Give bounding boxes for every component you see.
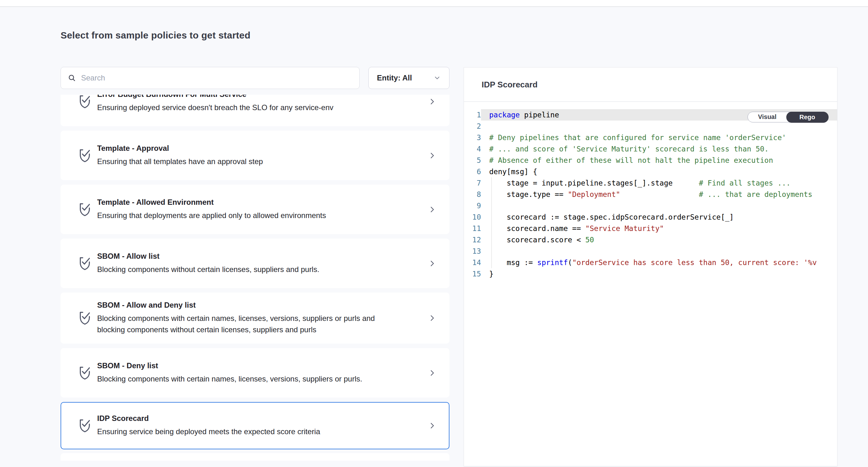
visual-rego-toggle[interactable]: Visual Rego — [747, 112, 828, 122]
search-input[interactable] — [81, 74, 352, 82]
policy-description: Blocking components with certain names, … — [97, 373, 379, 385]
line-number: 11 — [464, 223, 481, 234]
policy-card[interactable]: IDP Scorecard Ensuring service being dep… — [61, 402, 450, 449]
policy-title: SBOM - Allow and Deny list — [97, 301, 379, 310]
policy-description: Ensuring service being deployed meets th… — [97, 426, 379, 437]
policy-preview-panel: IDP Scorecard Visual Rego 1package pipel… — [464, 67, 837, 466]
shield-check-icon — [78, 365, 92, 381]
policy-description: Ensuring that all templates have an appr… — [97, 156, 379, 167]
code-line: 9 — [464, 200, 837, 211]
policy-card[interactable]: SBOM - Deny list Blocking components wit… — [61, 348, 450, 398]
line-number: 3 — [464, 132, 481, 143]
policy-card-text: SBOM - Allow list Blocking components wi… — [97, 252, 379, 275]
policy-description: Blocking components with certain names, … — [97, 313, 379, 335]
line-number: 8 — [464, 189, 481, 200]
chevron-right-icon[interactable] — [428, 368, 436, 378]
policy-card-text: Error Budget Burndown For Multi Service … — [97, 95, 379, 113]
search-box[interactable] — [61, 67, 360, 89]
policy-title: IDP Scorecard — [97, 414, 379, 423]
top-bar — [0, 0, 868, 7]
chevron-right-icon[interactable] — [428, 258, 436, 269]
policy-card-text: SBOM - Deny list Blocking components wit… — [97, 361, 379, 385]
entity-filter-label: Entity: All — [377, 74, 412, 82]
shield-check-icon — [78, 95, 92, 110]
code-line: 3# Deny pipelines that are configured fo… — [464, 132, 837, 143]
line-number: 9 — [464, 200, 481, 211]
policy-card-text: IDP Scorecard Ensuring service being dep… — [97, 414, 379, 437]
indent-guide-line — [491, 245, 492, 257]
policy-card-text: Template - Approval Ensuring that all te… — [97, 144, 379, 167]
chevron-right-icon[interactable] — [428, 313, 436, 323]
code-line: 10 scorecard := stage.spec.idpScorecard.… — [464, 211, 837, 223]
line-number: 13 — [464, 245, 481, 257]
toggle-rego-button[interactable]: Rego — [786, 112, 829, 123]
code-line: 14 msg := sprintf("orderService has scor… — [464, 257, 837, 268]
toggle-visual-button[interactable]: Visual — [748, 112, 786, 122]
code-line: 13 — [464, 245, 837, 257]
policy-title: Error Budget Burndown For Multi Service — [97, 95, 379, 99]
code-line: 11 scorecard.name == "Service Maturity" — [464, 223, 837, 234]
list-controls: Entity: All — [61, 67, 450, 89]
policy-card-text: SBOM - Allow and Deny list Blocking comp… — [97, 301, 379, 335]
policy-card-text: Template - Allowed Environment Ensuring … — [97, 198, 379, 221]
code-line: 7 stage = input.pipeline.stages[_].stage… — [464, 177, 837, 189]
policy-list: Error Budget Burndown For Multi Service … — [61, 95, 450, 466]
indent-guide-line — [491, 234, 492, 245]
line-number: 7 — [464, 177, 481, 189]
policy-title: Template - Allowed Environment — [97, 198, 379, 207]
line-number: 6 — [464, 166, 481, 177]
line-number: 10 — [464, 211, 481, 223]
policy-description: Ensuring deployed service doesn't breach… — [97, 102, 379, 113]
line-number: 15 — [464, 268, 481, 280]
next-policy-card-peek[interactable] — [61, 453, 450, 461]
code-line: 6deny[msg] { — [464, 166, 837, 177]
chevron-right-icon[interactable] — [428, 96, 436, 107]
shield-check-icon — [78, 147, 92, 164]
policy-card[interactable]: Template - Approval Ensuring that all te… — [61, 130, 450, 180]
page-title: Select from sample policies to get start… — [61, 30, 250, 41]
indent-guide-line — [491, 211, 492, 223]
policy-card[interactable]: SBOM - Allow and Deny list Blocking comp… — [61, 292, 450, 344]
search-icon — [68, 74, 76, 82]
preview-title: IDP Scorecard — [464, 67, 837, 102]
chevron-right-icon[interactable] — [428, 150, 436, 161]
line-number: 1 — [464, 109, 481, 120]
code-line: 4# ... and score of 'Service Maturity' s… — [464, 143, 837, 155]
shield-check-icon — [78, 310, 92, 326]
indent-guide-line — [491, 200, 492, 211]
policy-title: Template - Approval — [97, 144, 379, 153]
shield-check-icon — [78, 417, 92, 434]
policy-description: Ensuring that deployments are applied on… — [97, 210, 379, 221]
line-number: 14 — [464, 257, 481, 268]
code-line: 8 stage.type == "Deployment" # ... that … — [464, 189, 837, 200]
line-number: 2 — [464, 120, 481, 132]
indent-guide-line — [491, 223, 492, 234]
policy-card[interactable]: Error Budget Burndown For Multi Service … — [61, 95, 450, 126]
chevron-right-icon[interactable] — [428, 420, 436, 431]
shield-check-icon — [78, 255, 92, 272]
indent-guide-line — [491, 177, 492, 189]
code-line: 12 scorecard.score < 50 — [464, 234, 837, 245]
chevron-right-icon[interactable] — [428, 204, 436, 215]
indent-guide-line — [491, 257, 492, 268]
policy-title: SBOM - Deny list — [97, 361, 379, 370]
indent-guide-line — [491, 189, 492, 200]
code-editor[interactable]: 1package pipeline23# Deny pipelines that… — [464, 109, 837, 280]
line-number: 5 — [464, 155, 481, 166]
policy-description: Blocking components without certain lice… — [97, 264, 379, 275]
chevron-down-icon — [433, 74, 441, 82]
code-line: 5# Absence of either of these will not h… — [464, 155, 837, 166]
policy-title: SBOM - Allow list — [97, 252, 379, 261]
policy-card[interactable]: Template - Allowed Environment Ensuring … — [61, 184, 450, 234]
sample-policies-page: Select from sample policies to get start… — [0, 7, 868, 466]
code-line: 15} — [464, 268, 837, 280]
policy-card[interactable]: SBOM - Allow list Blocking components wi… — [61, 238, 450, 288]
shield-check-icon — [78, 201, 92, 218]
line-number: 4 — [464, 143, 481, 155]
entity-filter-dropdown[interactable]: Entity: All — [368, 67, 450, 89]
line-number: 12 — [464, 234, 481, 245]
